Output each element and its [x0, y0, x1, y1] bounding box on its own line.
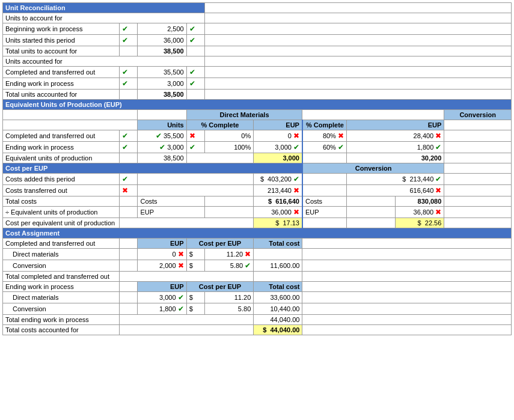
- ca-total-ending-value: 44,040.00: [254, 315, 302, 325]
- ca-dm1-label: Direct materials: [3, 249, 120, 260]
- equiv-units-label: Equivalent units of production: [3, 153, 120, 163]
- cost-per-eup-header: Cost per EUP: [3, 163, 302, 174]
- ca-total-costs-value: $ 44,040.00: [254, 325, 302, 335]
- total-units-value: 38,500: [138, 46, 186, 56]
- ca-dm2-label: Direct materials: [3, 292, 120, 303]
- eup-ending-conv-pct: 60%: [302, 142, 347, 153]
- eup-ending-dm-pct: 100%: [205, 142, 254, 153]
- div-equiv-dm: 36,000: [254, 207, 302, 218]
- equiv-units-units: 38,500: [138, 153, 186, 163]
- eup-ending-dm-eup: 3,000: [254, 142, 302, 153]
- eup-completed-dm-pct: 0%: [205, 130, 254, 142]
- ca-completed-label: Completed and transferred out: [3, 239, 120, 249]
- ca-conv1-total: 11,600.00: [254, 260, 302, 272]
- total-costs-label: Total costs: [3, 196, 120, 207]
- total-units-label: Total units to account for: [3, 46, 120, 56]
- ending-wip-value: 3,000: [138, 78, 186, 90]
- completed-transferred-label: Completed and transferred out: [3, 67, 120, 78]
- units-started-check: [120, 35, 138, 46]
- eup-ending-dm-pct-icon: [186, 142, 204, 153]
- costs-added-check: [120, 174, 138, 185]
- units-started-check2: [186, 35, 204, 46]
- costs-transferred-error: [120, 185, 138, 196]
- ca-cost-per-eup-header: Cost per EUP: [186, 239, 254, 249]
- conv-pct-header: % Complete: [302, 120, 347, 130]
- cost-per-eup-label: Cost per equivalent unit of production: [3, 218, 120, 228]
- eup-ending-check: [120, 142, 138, 153]
- units-started-value: 36,000: [138, 35, 186, 46]
- eup-completed-units: 35,500: [138, 130, 186, 142]
- total-costs-col1: Costs: [138, 196, 205, 207]
- total-costs-conv: 830,080: [396, 196, 444, 207]
- eup-ending-label: Ending work in process: [3, 142, 120, 153]
- ending-wip-check1: [120, 78, 138, 90]
- beginning-wip-check-icon: [120, 23, 138, 35]
- costs-transferred-dm: 213,440: [254, 185, 302, 196]
- cost-assignment-header: Cost Assignment: [3, 228, 512, 239]
- main-container: Unit Reconciliation Units to account for…: [0, 0, 514, 338]
- ca-total-ending-label: Total ending work in process: [3, 315, 120, 325]
- direct-materials-col-header: Direct Materials: [186, 110, 302, 120]
- cost-conv-header: Conversion: [302, 163, 444, 174]
- ca-dm1-cost: 11.20: [205, 249, 254, 260]
- eup-completed-conv-pct: 80%: [302, 130, 347, 142]
- ca-ending-wip-header: Ending work in process: [3, 282, 120, 292]
- costs-transferred-conv: 616,640: [346, 185, 444, 196]
- costs-added-label: Costs added this period: [3, 174, 120, 185]
- units-col-header: Units: [138, 120, 186, 130]
- eup-completed-conv-eup: 28,400: [346, 130, 444, 142]
- cost-per-eup-dm: $ 17.13: [254, 218, 302, 228]
- ca-cost-per-eup-header2: Cost per EUP: [186, 282, 254, 292]
- cost-per-eup-conv: $ 22.56: [396, 218, 444, 228]
- total-accounted-value: 38,500: [138, 90, 186, 100]
- equiv-units-dm-eup: 3,000: [254, 153, 302, 163]
- units-to-account-label: Units to account for: [3, 13, 205, 23]
- ca-conv2-eup: 1,800: [138, 303, 186, 315]
- ca-total-completed-label: Total completed and transferred out: [3, 272, 120, 282]
- dm-pct-header: % Complete: [186, 120, 254, 130]
- costs-transferred-label: Costs transferred out: [3, 185, 120, 196]
- ca-conv2-total: 10,440.00: [254, 303, 302, 315]
- ca-conv1-label: Conversion: [3, 260, 120, 272]
- beginning-wip-check2: [186, 23, 204, 35]
- ca-conv1-eup: 2,000: [138, 260, 186, 272]
- ca-dm2-cost: 11.20: [205, 292, 254, 303]
- eup-completed-dm-pct-icon: [186, 130, 204, 142]
- eup-completed-dm-eup: 0: [254, 130, 302, 142]
- eup-ending-units: 3,000: [138, 142, 186, 153]
- ca-total-costs-label: Total costs accounted for: [3, 325, 120, 335]
- ca-dm1-eup: 0: [138, 249, 186, 260]
- ca-eup-header: EUP: [138, 239, 186, 249]
- units-accounted-label: Units accounted for: [3, 56, 205, 67]
- dm-eup-header: EUP: [254, 120, 302, 130]
- ending-wip-check2: [186, 78, 204, 90]
- eup-completed-check: [120, 130, 138, 142]
- div-equiv-col1: EUP: [138, 207, 205, 218]
- ca-total-cost-header2: Total cost: [254, 282, 302, 292]
- ca-conv2-cost: 5.80: [205, 303, 254, 315]
- total-accounted-label: Total units accounted for: [3, 90, 120, 100]
- div-equiv-conv: 36,800: [396, 207, 444, 218]
- ca-total-cost-header: Total cost: [254, 239, 302, 249]
- total-costs-col2: Costs: [302, 196, 347, 207]
- ca-conv1-cost: 5.80: [205, 260, 254, 272]
- beginning-wip-label: Beginning work in process: [3, 23, 120, 35]
- report-table: Unit Reconciliation Units to account for…: [2, 2, 512, 335]
- eup-completed-label: Completed and transferred out: [3, 130, 120, 142]
- total-costs-dm: $ 616,640: [254, 196, 302, 207]
- eup-ending-conv-eup: 1,800: [346, 142, 444, 153]
- eup-header: Equivalent Units of Production (EUP): [3, 100, 512, 110]
- conversion-col-header: Conversion: [444, 110, 512, 120]
- ca-eup-header2: EUP: [138, 282, 186, 292]
- completed-value: 35,500: [138, 67, 186, 78]
- ending-wip-label: Ending work in process: [3, 78, 120, 90]
- completed-check2: [186, 67, 204, 78]
- units-started-label: Units started this period: [3, 35, 120, 46]
- ca-dm2-total: 33,600.00: [254, 292, 302, 303]
- costs-added-conv: $ 213,440: [346, 174, 444, 185]
- ca-conv2-label: Conversion: [3, 303, 120, 315]
- beginning-wip-value: 2,500: [138, 23, 186, 35]
- costs-added-dm: $ 403,200: [254, 174, 302, 185]
- ca-dm2-eup: 3,000: [138, 292, 186, 303]
- completed-check1: [120, 67, 138, 78]
